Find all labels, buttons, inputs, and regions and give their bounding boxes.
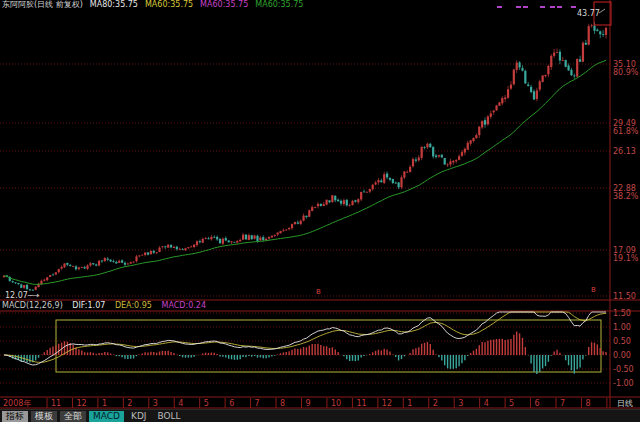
- svg-text:11: 11: [51, 399, 61, 408]
- grid-lines: [0, 64, 610, 383]
- svg-text:43.77: 43.77: [577, 9, 600, 18]
- status-bar: 指标模板全部MACDKDJBOLL: [0, 409, 640, 422]
- svg-text:9: 9: [306, 399, 311, 408]
- svg-text:11: 11: [356, 399, 366, 408]
- statusbar-tab-muban[interactable]: 模板: [31, 411, 57, 422]
- svg-text:0.00: 0.00: [613, 351, 631, 360]
- svg-text:4: 4: [484, 399, 489, 408]
- stock-chart-canvas[interactable]: 35.1080.9%29.4961.8%26.1322.8838.2%17.09…: [0, 0, 640, 422]
- svg-text:12.07─→: 12.07─→: [5, 291, 40, 300]
- svg-text:12: 12: [76, 399, 86, 408]
- ma-legend: MA80:35.75MA60:35.75MA60:35.75MA60:35.75: [90, 0, 304, 10]
- svg-text:1: 1: [407, 399, 412, 408]
- stock-title: 东阿阿胶(日线 前复权): [2, 0, 83, 10]
- svg-text:8: 8: [280, 399, 285, 408]
- svg-text:3: 3: [458, 399, 463, 408]
- ma-label-ma60b: MA60:35.75: [200, 0, 248, 10]
- svg-text:0.50: 0.50: [613, 337, 631, 346]
- statusbar-tab-quanbu[interactable]: 全部: [60, 411, 86, 422]
- svg-text:26.13: 26.13: [613, 147, 636, 156]
- svg-text:4: 4: [178, 399, 183, 408]
- macd-axis-labels: 1.501.000.500.00-0.50-1.00: [613, 309, 634, 388]
- svg-text:38.2%: 38.2%: [613, 192, 639, 201]
- macd-header: MACD(12,26,9) DIF:1.07 DEA:0.95 MACD:0.2…: [2, 301, 213, 311]
- price-axis-labels: 35.1080.9%29.4961.8%26.1322.8838.2%17.09…: [613, 60, 639, 301]
- svg-text:7: 7: [560, 399, 565, 408]
- macd-histogram: [4, 331, 606, 374]
- svg-text:2: 2: [433, 399, 438, 408]
- statusbar-tab-kdj[interactable]: KDJ: [127, 411, 151, 422]
- svg-text:1: 1: [102, 399, 107, 408]
- macd-macd-value: MACD:0.24: [161, 301, 206, 310]
- period-selector-daily[interactable]: 日线: [617, 399, 633, 408]
- candlestick-series: [3, 22, 607, 291]
- ma-line: [4, 60, 606, 284]
- svg-text:5: 5: [509, 399, 514, 408]
- svg-text:1.00: 1.00: [613, 323, 631, 332]
- svg-text:61.8%: 61.8%: [613, 127, 639, 136]
- svg-text:1.50: 1.50: [613, 309, 631, 318]
- ma-label-ma80: MA80:35.75: [90, 0, 138, 10]
- svg-text:B: B: [591, 286, 596, 294]
- ma-label-ma60a: MA60:35.75: [145, 0, 193, 10]
- svg-text:2: 2: [127, 399, 132, 408]
- statusbar-tab-zhibiao[interactable]: 指标: [2, 411, 28, 422]
- svg-text:5: 5: [204, 399, 209, 408]
- macd-indicator-label: MACD(12,26,9): [2, 301, 63, 310]
- svg-text:6: 6: [229, 399, 234, 408]
- svg-text:8: 8: [585, 399, 590, 408]
- app-screen: 东阿阿胶(日线 前复权) MA80:35.75MA60:35.75MA60:35…: [0, 0, 640, 422]
- svg-text:3: 3: [153, 399, 158, 408]
- svg-text:B: B: [316, 288, 321, 296]
- chart-header: 东阿阿胶(日线 前复权) MA80:35.75MA60:35.75MA60:35…: [2, 0, 303, 10]
- statusbar-tab-macd[interactable]: MACD: [89, 411, 124, 422]
- date-axis: 2008年111212345678910111212345678日线: [3, 398, 633, 408]
- svg-text:19.1%: 19.1%: [613, 254, 639, 263]
- chart-annotations: 43.7712.07─→BB: [5, 2, 611, 300]
- svg-text:11.50: 11.50: [613, 292, 636, 301]
- svg-text:2008年: 2008年: [3, 399, 31, 408]
- macd-dif-value: DIF:1.07: [72, 301, 105, 310]
- svg-text:80.9%: 80.9%: [613, 68, 639, 77]
- svg-text:10: 10: [331, 399, 341, 408]
- svg-text:7: 7: [255, 399, 260, 408]
- svg-text:-1.00: -1.00: [613, 379, 634, 388]
- statusbar-tab-boll[interactable]: BOLL: [153, 411, 184, 422]
- macd-dea-value: DEA:0.95: [115, 301, 152, 310]
- svg-text:6: 6: [535, 399, 540, 408]
- svg-text:12: 12: [382, 399, 392, 408]
- svg-text:-0.50: -0.50: [613, 365, 634, 374]
- ma-label-ma60c: MA60:35.75: [255, 0, 303, 10]
